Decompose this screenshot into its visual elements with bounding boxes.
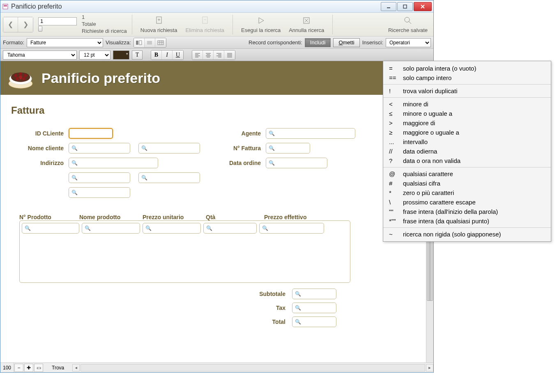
close-button[interactable] — [414, 2, 432, 11]
search-icon: 🔍 — [262, 225, 268, 231]
record-slider[interactable] — [38, 25, 77, 32]
maximize-button[interactable] — [397, 2, 413, 11]
layout-header: Panificio preferito — [0, 61, 433, 95]
content-area: Panificio preferito Fattura ID CLiente N… — [0, 61, 433, 362]
field-agente[interactable]: 🔍 — [266, 128, 355, 139]
operator-item[interactable]: ""frase intera (dall'inizio della parola… — [383, 207, 551, 216]
font-select[interactable]: Tahoma — [3, 50, 77, 60]
search-icon: 🔍 — [295, 305, 301, 311]
field-indirizzo-3[interactable]: 🔍 — [138, 172, 200, 183]
insert-label: Inserisci: — [362, 39, 383, 46]
zoom-out-button[interactable]: − — [14, 364, 23, 372]
operator-item[interactable]: #qualsiasi cifra — [383, 179, 551, 188]
include-button[interactable]: Includi — [305, 38, 331, 47]
form-panel: Fattura ID CLiente Nome cliente 🔍 🔍 Indi — [0, 95, 433, 362]
next-record-button[interactable]: ❯ — [18, 17, 33, 32]
view-list-button[interactable] — [145, 38, 155, 47]
svg-rect-3 — [403, 5, 407, 8]
scroll-left-button[interactable]: ◄ — [72, 364, 80, 371]
field-prezzo-effettivo[interactable]: 🔍 — [259, 223, 324, 234]
saved-searches-button[interactable]: Ricerche salvate — [385, 16, 431, 33]
operator-item[interactable]: *""frase intera (da qualsiasi punto) — [383, 216, 551, 226]
operator-item[interactable]: ~ricerca non rigida (solo giapponese) — [383, 229, 551, 239]
form-title: Fattura — [11, 105, 423, 116]
omit-button[interactable]: Ometti — [333, 38, 359, 47]
prev-record-button[interactable]: ❮ — [3, 17, 18, 32]
zoom-fit-button[interactable]: ✚ — [24, 364, 33, 372]
view-form-button[interactable] — [134, 38, 145, 47]
operator-item[interactable]: =solo parola intera (o vuoto) — [383, 64, 551, 73]
operator-item[interactable]: //data odierna — [383, 147, 551, 156]
size-select[interactable]: 12 pt — [79, 50, 110, 60]
search-icon: 🔍 — [295, 319, 301, 325]
field-tax[interactable]: 🔍 — [292, 303, 336, 313]
bold-button[interactable]: B — [151, 50, 162, 60]
field-nome-cliente-2[interactable]: 🔍 — [138, 143, 200, 154]
operator-item[interactable]: \prossimo carattere escape — [383, 197, 551, 207]
search-icon: 🔍 — [71, 175, 78, 181]
minimize-button[interactable] — [381, 2, 396, 11]
play-icon — [256, 16, 266, 25]
field-subtotale[interactable]: 🔍 — [292, 289, 336, 299]
operator-item[interactable]: ==solo campo intero — [383, 73, 551, 83]
align-justify-button[interactable] — [224, 50, 235, 60]
svg-point-47 — [24, 74, 27, 77]
align-center-button[interactable] — [203, 50, 214, 60]
label-id-cliente: ID CLiente — [11, 130, 69, 137]
zoom-value[interactable]: 100 — [0, 363, 14, 372]
field-total[interactable]: 🔍 — [292, 316, 336, 327]
svg-rect-22 — [158, 41, 163, 45]
field-qta[interactable]: 🔍 — [203, 223, 257, 234]
align-right-button[interactable] — [214, 50, 224, 60]
field-indirizzo-1[interactable]: 🔍 — [69, 158, 158, 168]
field-n-fattura[interactable]: 🔍 — [266, 143, 310, 154]
layout-select[interactable]: Fatture — [27, 38, 103, 47]
operator-item[interactable]: ?data o ora non valida — [383, 156, 551, 165]
operator-item[interactable]: ≤minore o uguale a — [383, 109, 551, 118]
cancel-icon — [302, 16, 311, 25]
view-table-button[interactable] — [155, 38, 166, 47]
field-prezzo-unitario[interactable]: 🔍 — [143, 223, 201, 234]
horizontal-scrollbar[interactable] — [81, 364, 425, 371]
field-indirizzo-2[interactable]: 🔍 — [69, 172, 130, 183]
operator-item[interactable]: ...intervallo — [383, 137, 551, 147]
titlebar[interactable]: Panificio preferito — [0, 0, 433, 13]
cancel-search-button[interactable]: Annulla ricerca — [285, 16, 327, 33]
field-data-ordine[interactable]: 🔍 — [266, 158, 327, 168]
field-id-cliente[interactable] — [69, 128, 113, 139]
search-icon: 🔍 — [269, 131, 275, 136]
new-request-button[interactable]: Nuova richiesta — [137, 16, 181, 33]
operator-item[interactable]: ≥maggiore o uguale a — [383, 128, 551, 137]
search-icon: 🔍 — [141, 145, 147, 151]
run-search-button[interactable]: Esegui la ricerca — [238, 16, 284, 33]
search-icon: 🔍 — [71, 145, 78, 151]
align-left-button[interactable] — [192, 50, 203, 60]
field-nome-cliente-1[interactable]: 🔍 — [69, 143, 130, 154]
underline-button[interactable]: U — [173, 50, 183, 60]
record-number-input[interactable] — [38, 17, 77, 25]
mode-label: Trova — [44, 365, 72, 371]
operator-item[interactable]: !trova valori duplicati — [383, 86, 551, 96]
zoom-mode-button[interactable]: ▭ — [34, 364, 43, 372]
label-agente: Agente — [216, 130, 266, 137]
svg-point-49 — [22, 77, 25, 80]
operator-item[interactable]: *zero o più caratteri — [383, 188, 551, 197]
svg-point-45 — [14, 74, 18, 77]
label-n-fattura: N° Fattura — [216, 145, 266, 151]
search-icon: 🔍 — [206, 225, 212, 231]
text-color-picker[interactable] — [113, 50, 129, 60]
operators-select[interactable]: Operatori — [386, 38, 431, 47]
statusbar: 100 − ✚ ▭ Trova ◄ ► — [0, 362, 433, 372]
italic-button[interactable]: I — [162, 50, 173, 60]
field-nome-prodotto[interactable]: 🔍 — [82, 223, 140, 234]
label-data-ordine: Data ordine — [216, 160, 266, 166]
field-n-prodotto[interactable]: 🔍 — [22, 223, 79, 234]
layout-title: Panificio preferito — [41, 70, 160, 86]
scroll-right-button[interactable]: ► — [426, 364, 433, 371]
field-indirizzo-4[interactable]: 🔍 — [69, 187, 130, 198]
operator-item[interactable]: @qualsiasi carattere — [383, 169, 551, 179]
text-tool-button[interactable]: T — [132, 50, 143, 60]
operator-item[interactable]: >maggiore di — [383, 118, 551, 128]
operator-item[interactable]: <minore di — [383, 99, 551, 109]
new-request-icon — [154, 16, 164, 25]
